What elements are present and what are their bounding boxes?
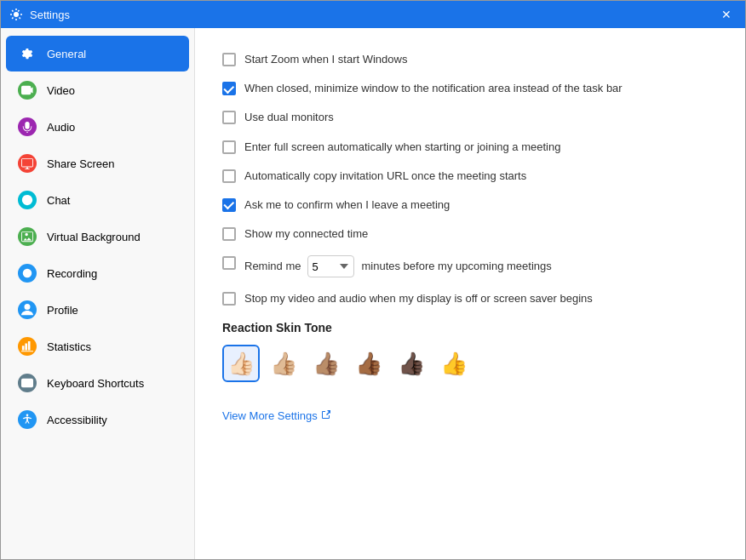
skin-tone-btn-0[interactable]: 👍🏻 <box>222 345 260 382</box>
option-dual-monitors: Use dual monitors <box>222 110 718 125</box>
skin-tone-btn-4[interactable]: 👍🏿 <box>393 345 430 382</box>
titlebar: Settings ✕ <box>1 1 745 28</box>
svg-rect-8 <box>22 382 24 384</box>
recording-icon <box>18 264 37 283</box>
svg-point-13 <box>26 414 29 416</box>
view-more-icon <box>321 409 331 422</box>
statistics-icon <box>18 337 37 356</box>
option-label-dual-monitors: Use dual monitors <box>244 110 334 125</box>
skin-tones-container: 👍🏻👍🏼👍🏽👍🏾👍🏿👍 <box>222 345 718 382</box>
option-label-fullscreen: Enter full screen automatically when sta… <box>244 140 560 155</box>
skin-tone-btn-1[interactable]: 👍🏼 <box>265 345 302 382</box>
option-label-confirm-leave: Ask me to confirm when I leave a meeting <box>244 197 450 213</box>
checkbox-start-zoom[interactable] <box>222 53 236 66</box>
settings-window: Settings ✕ GeneralVideoAudioShare Screen… <box>0 0 746 560</box>
sidebar-item-audio[interactable]: Audio <box>6 109 189 145</box>
main-wrapper: Start Zoom when I start WindowsWhen clos… <box>195 28 745 559</box>
option-label-connected-time: Show my connected time <box>244 226 368 242</box>
titlebar-icon <box>9 8 23 21</box>
checkbox-copy-url[interactable] <box>222 169 236 183</box>
virtual-background-label: Virtual Background <box>47 231 141 243</box>
option-label-start-zoom: Start Zoom when I start Windows <box>244 52 407 67</box>
share-screen-icon <box>18 154 37 173</box>
statistics-label: Statistics <box>47 340 91 353</box>
main-panel: Start Zoom when I start WindowsWhen clos… <box>195 28 745 446</box>
svg-rect-6 <box>28 380 31 382</box>
checkbox-confirm-leave[interactable] <box>222 198 236 212</box>
skin-tone-btn-2[interactable]: 👍🏽 <box>307 345 345 382</box>
sidebar-item-recording[interactable]: Recording <box>6 255 189 291</box>
option-minimize-window: When closed, minimize window to the noti… <box>222 81 718 96</box>
option-remind-me: Remind me 5101530 minutes before my upco… <box>222 255 718 277</box>
svg-rect-11 <box>31 382 33 384</box>
svg-point-2 <box>25 271 29 275</box>
titlebar-title: Settings <box>30 9 70 21</box>
checkbox-remind-me[interactable] <box>222 256 236 270</box>
video-icon <box>18 81 37 100</box>
option-label-copy-url: Automatically copy invitation URL once t… <box>244 169 526 184</box>
option-start-zoom: Start Zoom when I start Windows <box>222 52 718 67</box>
video-label: Video <box>47 84 75 97</box>
accessibility-icon <box>18 410 37 429</box>
view-more-text: View More Settings <box>222 409 318 422</box>
option-confirm-leave: Ask me to confirm when I leave a meeting <box>222 197 718 213</box>
svg-rect-9 <box>25 382 27 384</box>
option-label-stop-video: Stop my video and audio when my display … <box>244 291 593 306</box>
keyboard-shortcuts-icon <box>18 374 37 392</box>
close-button[interactable]: ✕ <box>716 4 737 25</box>
checkbox-fullscreen[interactable] <box>222 140 236 154</box>
profile-label: Profile <box>47 304 78 317</box>
sidebar-item-chat[interactable]: Chat <box>6 182 189 218</box>
svg-rect-12 <box>23 385 32 386</box>
sidebar-item-profile[interactable]: Profile <box>6 292 189 328</box>
sidebar-item-video[interactable]: Video <box>6 72 189 108</box>
audio-icon <box>18 117 37 136</box>
checkbox-minimize-window[interactable] <box>222 82 236 95</box>
checkbox-stop-video[interactable] <box>222 292 236 306</box>
chat-icon <box>18 191 37 209</box>
option-label-remind-me: Remind me 5101530 minutes before my upco… <box>244 255 552 277</box>
profile-icon <box>18 300 37 319</box>
remind-minutes-select[interactable]: 5101530 <box>307 255 354 277</box>
sidebar-item-general[interactable]: General <box>6 36 189 71</box>
view-more-section: View More Settings <box>222 409 718 422</box>
option-copy-url: Automatically copy invitation URL once t… <box>222 169 718 184</box>
sidebar-item-accessibility[interactable]: Accessibility <box>6 402 189 437</box>
sidebar-item-statistics[interactable]: Statistics <box>6 329 189 364</box>
general-label: General <box>47 48 86 60</box>
general-icon <box>18 44 37 63</box>
svg-point-0 <box>14 12 19 17</box>
recording-label: Recording <box>47 267 97 280</box>
skin-tone-btn-5[interactable]: 👍 <box>435 345 473 382</box>
view-more-link[interactable]: View More Settings <box>222 409 718 422</box>
checkbox-connected-time[interactable] <box>222 227 236 241</box>
option-stop-video: Stop my video and audio when my display … <box>222 291 718 306</box>
skin-tone-btn-3[interactable]: 👍🏾 <box>350 345 387 382</box>
keyboard-shortcuts-label: Keyboard Shortcuts <box>47 377 144 390</box>
option-fullscreen: Enter full screen automatically when sta… <box>222 140 718 155</box>
sidebar-item-virtual-background[interactable]: Virtual Background <box>6 219 189 254</box>
svg-rect-10 <box>27 382 30 384</box>
accessibility-label: Accessibility <box>47 414 107 426</box>
remind-before-text: Remind me <box>244 259 301 274</box>
svg-rect-4 <box>22 380 25 382</box>
reaction-section-title: Reaction Skin Tone <box>222 321 718 334</box>
sidebar-item-keyboard-shortcuts[interactable]: Keyboard Shortcuts <box>6 365 189 401</box>
checkbox-dual-monitors[interactable] <box>222 111 236 124</box>
svg-rect-5 <box>25 380 27 382</box>
sidebar-item-share-screen[interactable]: Share Screen <box>6 146 189 181</box>
chat-label: Chat <box>47 194 70 207</box>
audio-label: Audio <box>47 121 75 134</box>
sidebar: GeneralVideoAudioShare ScreenChatVirtual… <box>1 28 195 559</box>
svg-rect-7 <box>31 380 32 382</box>
virtual-background-icon <box>18 227 37 246</box>
share-screen-label: Share Screen <box>47 157 115 170</box>
remind-after-text: minutes before my upcoming meetings <box>361 259 551 274</box>
option-label-minimize-window: When closed, minimize window to the noti… <box>244 81 623 96</box>
content-area: GeneralVideoAudioShare ScreenChatVirtual… <box>1 28 745 559</box>
option-connected-time: Show my connected time <box>222 226 718 242</box>
